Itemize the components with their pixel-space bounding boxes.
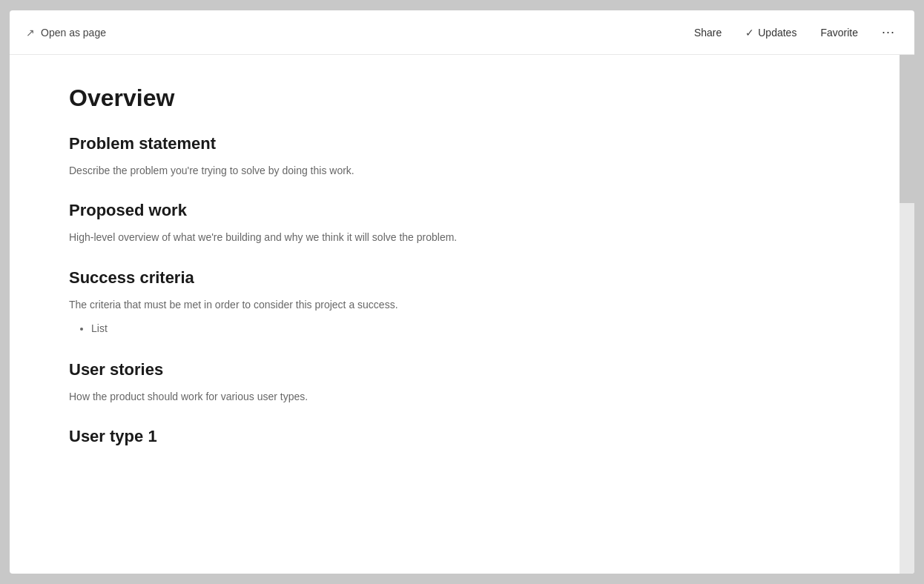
section-heading-success-criteria: Success criteria xyxy=(69,268,840,288)
section-list-success-criteria: List xyxy=(69,320,840,338)
main-content[interactable]: Overview Problem statement Describe the … xyxy=(10,55,900,574)
share-button[interactable]: Share xyxy=(690,24,726,42)
favorite-button[interactable]: Favorite xyxy=(816,24,862,42)
toolbar: ↗ Open as page Share ✓ Updates Favorite … xyxy=(10,10,914,55)
section-problem-statement: Problem statement Describe the problem y… xyxy=(69,134,840,179)
section-proposed-work: Proposed work High-level overview of wha… xyxy=(69,201,840,245)
scroll-indicator xyxy=(900,55,914,203)
list-item: List xyxy=(91,320,840,338)
open-as-page-icon: ↗ xyxy=(24,27,36,39)
section-body-user-stories: How the product should work for various … xyxy=(69,388,840,405)
updates-button[interactable]: ✓ Updates xyxy=(741,24,801,42)
more-options-button[interactable]: ··· xyxy=(877,21,900,43)
section-user-type-1: User type 1 xyxy=(69,427,840,446)
updates-label: Updates xyxy=(758,27,796,39)
panel-container: ↗ Open as page Share ✓ Updates Favorite … xyxy=(10,10,914,574)
section-heading-user-type-1: User type 1 xyxy=(69,427,840,446)
toolbar-right: Share ✓ Updates Favorite ··· xyxy=(690,21,900,43)
toolbar-left: ↗ Open as page xyxy=(24,27,106,39)
section-user-stories: User stories How the product should work… xyxy=(69,360,840,405)
section-body-success-criteria: The criteria that must be met in order t… xyxy=(69,296,840,313)
updates-check-icon: ✓ xyxy=(745,27,754,39)
section-heading-proposed-work: Proposed work xyxy=(69,201,840,220)
page-title: Overview xyxy=(69,84,840,112)
section-heading-user-stories: User stories xyxy=(69,360,840,379)
section-body-problem-statement: Describe the problem you're trying to so… xyxy=(69,162,840,179)
open-as-page-button[interactable]: Open as page xyxy=(41,27,106,39)
section-body-proposed-work: High-level overview of what we're buildi… xyxy=(69,229,840,245)
section-success-criteria: Success criteria The criteria that must … xyxy=(69,268,840,338)
section-heading-problem-statement: Problem statement xyxy=(69,134,840,153)
scroll-panel xyxy=(900,55,914,574)
content-area: Overview Problem statement Describe the … xyxy=(10,55,914,574)
